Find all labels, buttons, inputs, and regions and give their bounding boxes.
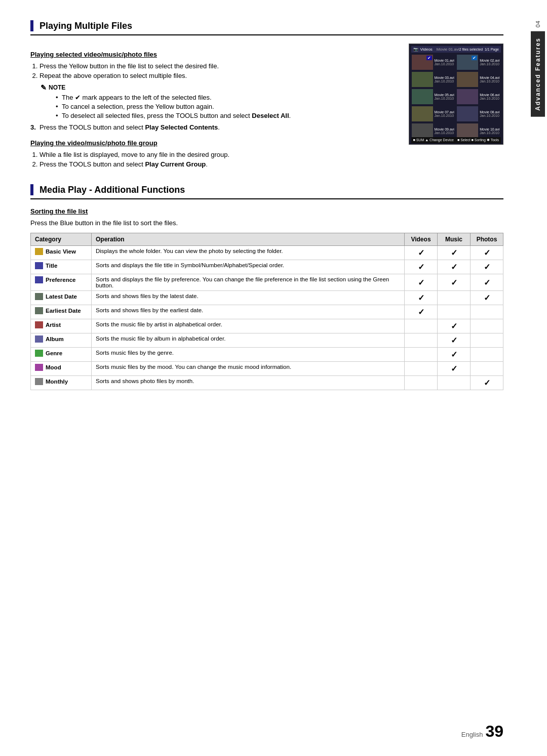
thumb-4	[457, 72, 478, 87]
sidebar: 04 Advanced Features	[529, 0, 547, 756]
item-name-4: Movie 04.avi	[480, 76, 499, 79]
check-photos-1: ✓	[484, 263, 490, 271]
music-cell-0: ✓	[438, 246, 471, 260]
screenshot-item-6: Movie 06.avi Jan.10.2010	[456, 89, 501, 105]
item-info-4: Movie 04.avi Jan.10.2010	[480, 76, 499, 83]
item-info-6: Movie 06.avi Jan.10.2010	[480, 93, 499, 100]
check-music-2: ✓	[451, 278, 457, 287]
item-date-10: Jan.10.2010	[480, 131, 499, 135]
item-date-6: Jan.10.2010	[480, 97, 499, 100]
page-footer: English 39	[461, 722, 503, 741]
thumb-3	[412, 72, 433, 87]
videos-cell-5	[405, 319, 438, 333]
note-bullet-3: To deselect all selected files, press th…	[56, 112, 399, 119]
sort-description: Press the Blue button in the file list t…	[30, 219, 503, 227]
screenshot-footer: ■ SUM ▲ Change Device ■ Select ■ Sorting…	[411, 137, 501, 143]
section1-title: Playing Multiple Files	[30, 20, 503, 35]
photos-cell-3: ✓	[471, 291, 503, 305]
check-music-6: ✓	[451, 336, 457, 345]
check-music-0: ✓	[451, 248, 457, 257]
screenshot-grid: ✔ Movie 01.avi Jan.10.2010 ✔	[411, 54, 501, 139]
table-row: Preference Sorts and displays the file b…	[31, 274, 503, 291]
videos-cell-9	[405, 376, 438, 390]
category-label-3: Latest Date	[46, 293, 77, 300]
category-icon-8	[35, 364, 43, 371]
videos-cell-4: ✓	[405, 305, 438, 319]
music-cell-1: ✓	[438, 260, 471, 274]
chapter-number: 04	[535, 20, 541, 27]
check-photos-2: ✓	[484, 278, 490, 287]
item-date-1: Jan.10.2010	[435, 62, 454, 66]
category-label-5: Artist	[46, 322, 61, 328]
photos-cell-8	[471, 362, 503, 376]
category-label-7: Genre	[46, 350, 62, 356]
col-header-operation: Operation	[92, 233, 405, 246]
operation-cell-1: Sorts and displays the file title in Sym…	[92, 260, 405, 274]
table-row: Basic View Displays the whole folder. Yo…	[31, 246, 503, 260]
item-date-9: Jan.10.2010	[435, 131, 454, 135]
category-cell-9: Monthly	[31, 376, 92, 390]
thumb-1: ✔	[412, 55, 433, 70]
item-name-3: Movie 03.avi	[435, 76, 454, 79]
thumb-2: ✔	[457, 55, 478, 70]
table-header-row: Category Operation Videos Music Photos	[31, 233, 503, 246]
category-icon-0	[35, 248, 43, 255]
note-bullets: The ✔ mark appears to the left of the se…	[56, 94, 399, 119]
section2-title: Media Play - Additional Functions	[30, 184, 503, 199]
category-label-2: Preference	[46, 277, 75, 283]
table-row: Latest Date Sorts and shows files by the…	[31, 291, 503, 305]
operation-cell-4: Sorts and shows files by the earliest da…	[92, 305, 405, 319]
section1-text: Playing selected video/music/photo files…	[30, 44, 399, 172]
table-row: Artist Sorts the music file by artist in…	[31, 319, 503, 333]
music-cell-3	[438, 291, 471, 305]
music-cell-2: ✓	[438, 274, 471, 291]
sidebar-chapter: 04 Advanced Features	[529, 20, 547, 117]
table-row: Genre Sorts music files by the genre.✓	[31, 348, 503, 362]
category-icon-5	[35, 321, 43, 328]
operation-cell-2: Sorts and displays the file by preferenc…	[92, 274, 405, 291]
thumb-10	[457, 123, 478, 139]
videos-cell-3: ✓	[405, 291, 438, 305]
photos-cell-9: ✓	[471, 376, 503, 390]
sort-table: Category Operation Videos Music Photos B…	[30, 233, 503, 390]
check-video-3: ✓	[418, 293, 424, 302]
category-label-0: Basic View	[46, 248, 76, 255]
category-cell-8: Mood	[31, 362, 92, 376]
note-bullet-2: To cancel a selection, press the Yellow …	[56, 103, 399, 110]
table-row: Earliest Date Sorts and shows files by t…	[31, 305, 503, 319]
category-cell-7: Genre	[31, 348, 92, 362]
item-info-3: Movie 03.avi Jan.10.2010	[435, 76, 454, 83]
category-label-4: Earliest Date	[46, 308, 81, 314]
category-cell-6: Album	[31, 333, 92, 348]
item-info-7: Movie 07.avi Jan.10.2010	[435, 110, 454, 117]
item-name-8: Movie 08.avi	[480, 110, 499, 114]
col-header-videos: Videos	[405, 233, 438, 246]
thumb-7	[412, 106, 433, 121]
step-2: Repeat the above operation to select mul…	[40, 72, 399, 79]
title-bar-decoration	[30, 20, 33, 31]
check-video-4: ✓	[418, 308, 424, 316]
sort-subsection-title: Sorting the file list	[30, 207, 503, 215]
operation-cell-5: Sorts the music file by artist in alphab…	[92, 319, 405, 333]
table-row: Mood Sorts music files by the mood. You …	[31, 362, 503, 376]
category-icon-2	[35, 276, 43, 283]
item-info-5: Movie 05.avi Jan.10.2010	[435, 93, 454, 100]
item-name-6: Movie 06.avi	[480, 93, 499, 97]
check-video-1: ✓	[418, 263, 424, 271]
item-name-5: Movie 05.avi	[435, 93, 454, 97]
item-date-3: Jan.10.2010	[435, 79, 454, 83]
footer-page-number: 39	[485, 722, 503, 741]
music-cell-5: ✓	[438, 319, 471, 333]
note-block: ✎ NOTE The ✔ mark appears to the left of…	[41, 83, 399, 119]
steps-list-1: Press the Yellow button in the file list…	[40, 62, 399, 79]
thumb-9	[412, 123, 433, 139]
col-header-music: Music	[438, 233, 471, 246]
music-cell-8: ✓	[438, 362, 471, 376]
music-cell-9	[438, 376, 471, 390]
main-content: Playing Multiple Files Playing selected …	[0, 0, 529, 756]
section1-layout: Playing selected video/music/photo files…	[30, 44, 503, 172]
photos-cell-2: ✓	[471, 274, 503, 291]
category-label-8: Mood	[46, 364, 61, 370]
step-2-1: While a file list is displayed, move to …	[40, 151, 399, 158]
videos-cell-2: ✓	[405, 274, 438, 291]
